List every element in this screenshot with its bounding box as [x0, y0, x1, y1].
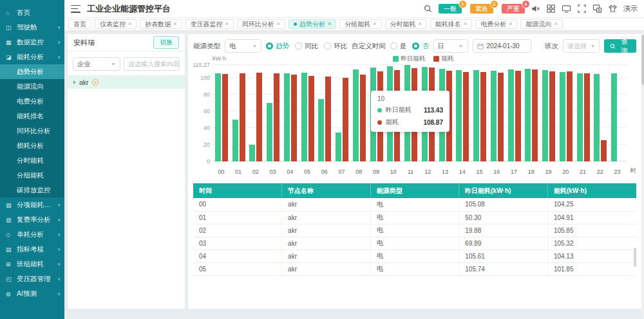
- tab-close-icon[interactable]: ×: [225, 21, 229, 27]
- table-row[interactable]: 04akr电105.61104.13: [193, 250, 636, 262]
- tab-meter-monitor[interactable]: 仪表监控×: [95, 19, 137, 29]
- table-scrollbar[interactable]: [634, 248, 636, 267]
- tab-trend-analysis[interactable]: 趋势分析×: [289, 19, 336, 29]
- sidebar-item-electricity-fee[interactable]: 电费分析: [0, 94, 64, 109]
- bar-group-19[interactable]: [540, 65, 557, 161]
- apps-icon[interactable]: [546, 4, 556, 14]
- bar-昨日能耗-00[interactable]: [215, 73, 221, 161]
- bar-昨日能耗-05[interactable]: [301, 73, 307, 161]
- bar-能耗-16[interactable]: [498, 73, 504, 161]
- bar-group-07[interactable]: [333, 65, 350, 161]
- screen-icon[interactable]: [562, 4, 571, 14]
- legend-item-昨日能耗[interactable]: 昨日能耗: [393, 55, 426, 63]
- table-row[interactable]: 00akr电105.08104.25: [193, 198, 636, 211]
- tree-search-input[interactable]: 这边输入搜索内容: [124, 57, 180, 71]
- table-row[interactable]: 02akr电19.88105.85: [193, 224, 636, 237]
- bar-group-08[interactable]: [350, 65, 368, 161]
- node-type-select[interactable]: 企业 ▼: [73, 57, 120, 71]
- bar-group-00[interactable]: [213, 65, 230, 161]
- bar-group-17[interactable]: [506, 65, 523, 161]
- sidebar-item-energy-analysis[interactable]: ◪能耗分析∧: [0, 50, 64, 64]
- period-select[interactable]: 日 ▼: [433, 39, 468, 53]
- bar-group-02[interactable]: [247, 65, 265, 161]
- bar-昨日能耗-15[interactable]: [473, 70, 479, 161]
- bar-昨日能耗-17[interactable]: [508, 69, 514, 161]
- bar-昨日能耗-19[interactable]: [542, 70, 548, 161]
- switch-button[interactable]: 切换: [153, 36, 179, 49]
- bar-能耗-04[interactable]: [291, 75, 297, 162]
- table-row[interactable]: 03akr电69.89105.32: [193, 237, 636, 250]
- bar-能耗-21[interactable]: [584, 73, 590, 161]
- sidebar-item-group-energy[interactable]: 分组能耗: [0, 168, 64, 183]
- tab-close-icon[interactable]: ×: [509, 21, 512, 27]
- bar-group-22[interactable]: [592, 65, 609, 161]
- date-picker[interactable]: 2024-01-30: [473, 39, 532, 53]
- mode-radio-环比[interactable]: 环比: [324, 42, 347, 51]
- sidebar-item-data-monitor[interactable]: ▦数据监控∨: [0, 35, 64, 50]
- bar-昨日能耗-14[interactable]: [456, 70, 462, 161]
- bar-group-18[interactable]: [523, 65, 540, 161]
- alarm-badge-3[interactable]: 严重4: [502, 4, 525, 14]
- tab-transformer-monitor[interactable]: 变压器监控×: [185, 19, 234, 29]
- tab-close-icon[interactable]: ×: [554, 21, 557, 27]
- bar-group-04[interactable]: [281, 65, 299, 161]
- tab-close-icon[interactable]: ×: [173, 21, 176, 27]
- tab-electricity-fee[interactable]: 电费分析×: [475, 19, 517, 29]
- sidebar-item-cockpit[interactable]: ◫驾驶舱∨: [0, 20, 64, 35]
- tab-home[interactable]: 首页: [68, 19, 91, 29]
- bar-group-23[interactable]: [609, 65, 626, 161]
- sidebar-item-energy-ranking[interactable]: 能耗排名: [0, 109, 64, 123]
- tab-close-icon[interactable]: ×: [328, 21, 331, 27]
- tab-group-energy[interactable]: 分组能耗×: [339, 19, 381, 29]
- theme-icon[interactable]: [608, 4, 618, 14]
- bar-能耗-22[interactable]: [601, 140, 607, 161]
- bar-能耗-18[interactable]: [532, 69, 538, 161]
- tab-close-icon[interactable]: ×: [419, 21, 422, 27]
- bar-昨日能耗-16[interactable]: [491, 71, 497, 161]
- sidebar-item-energy-flow[interactable]: 能源流向: [0, 79, 64, 94]
- bar-昨日能耗-03[interactable]: [267, 103, 272, 161]
- query-button[interactable]: 查询: [604, 39, 636, 53]
- tab-time-energy[interactable]: 分时能耗×: [385, 19, 427, 29]
- bar-昨日能耗-18[interactable]: [525, 69, 531, 161]
- mode-radio-趋势[interactable]: 趋势: [266, 42, 289, 51]
- alarm-badge-2[interactable]: 紧急0: [470, 4, 493, 14]
- bar-昨日能耗-20[interactable]: [560, 72, 565, 161]
- tree-expand-icon[interactable]: [73, 80, 76, 84]
- shift-select[interactable]: 请选择 ▼: [563, 39, 600, 53]
- bar-昨日能耗-02[interactable]: [249, 145, 255, 161]
- bar-能耗-17[interactable]: [515, 71, 521, 161]
- mode-radio-同比[interactable]: 同比: [295, 42, 318, 51]
- sidebar-item-ai-forecast[interactable]: ◍AI预测∨: [0, 286, 64, 301]
- bar-能耗-14[interactable]: [463, 72, 469, 161]
- tab-close-icon[interactable]: ×: [128, 21, 131, 27]
- bar-昨日能耗-08[interactable]: [353, 69, 359, 161]
- sidebar-item-loss-analysis[interactable]: 损耗分析: [0, 138, 64, 153]
- sidebar-item-kpi-assessment[interactable]: ▤指标考核∨: [0, 242, 64, 257]
- sidebar-item-trend-analysis[interactable]: 趋势分析: [0, 64, 64, 79]
- bar-昨日能耗-22[interactable]: [594, 74, 600, 161]
- bar-能耗-06[interactable]: [325, 77, 331, 161]
- bar-能耗-00[interactable]: [222, 74, 228, 161]
- language-icon[interactable]: A: [592, 4, 602, 14]
- bar-昨日能耗-07[interactable]: [336, 132, 341, 161]
- bar-昨日能耗-01[interactable]: [232, 120, 238, 161]
- bar-group-01[interactable]: [230, 65, 247, 161]
- sidebar-item-carbon-monitor[interactable]: 碳排放监控: [0, 183, 64, 197]
- tab-yoy-mom-analysis[interactable]: 同环比分析×: [237, 19, 285, 29]
- table-row[interactable]: 05akr电105.74101.85: [193, 262, 636, 275]
- bar-能耗-05[interactable]: [308, 76, 314, 161]
- alarm-badge-1[interactable]: 一般0: [439, 4, 462, 14]
- legend-item-能耗[interactable]: 能耗: [433, 55, 454, 63]
- bar-能耗-15[interactable]: [480, 72, 486, 161]
- tab-energy-flow[interactable]: 能源流向×: [520, 19, 562, 29]
- sidebar-item-unit-consumption[interactable]: ◇单耗分析∨: [0, 227, 64, 242]
- bar-能耗-08[interactable]: [360, 75, 366, 161]
- sidebar-item-home[interactable]: ⌂首页: [0, 5, 64, 20]
- bar-能耗-02[interactable]: [256, 73, 262, 161]
- tab-energy-ranking[interactable]: 能耗排名×: [430, 19, 472, 29]
- bar-能耗-07[interactable]: [343, 78, 348, 161]
- bar-能耗-19[interactable]: [549, 71, 555, 161]
- energy-type-select[interactable]: 电 ▼: [225, 39, 261, 53]
- tab-close-icon[interactable]: ×: [373, 21, 376, 27]
